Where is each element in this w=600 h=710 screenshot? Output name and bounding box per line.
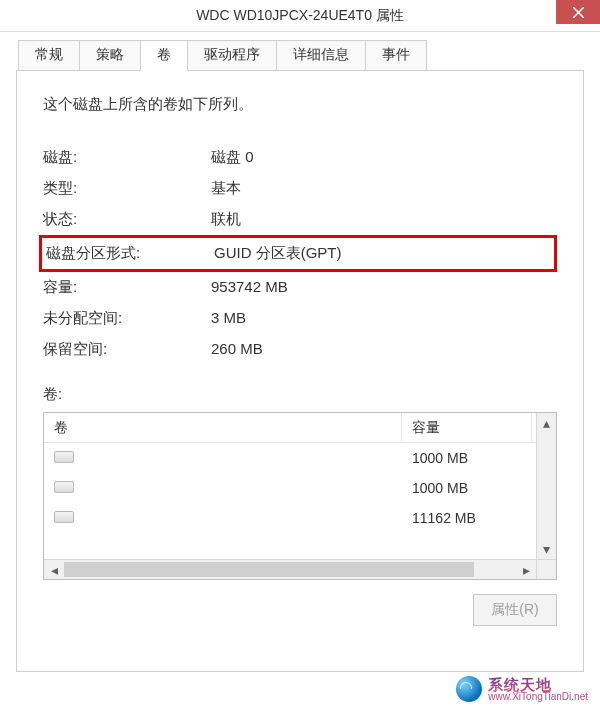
drive-icon xyxy=(54,481,74,493)
value-disk: 磁盘 0 xyxy=(211,148,254,167)
value-status: 联机 xyxy=(211,210,241,229)
watermark: 系统天地 www.XiTongTianDi.net xyxy=(456,676,588,702)
tab-details[interactable]: 详细信息 xyxy=(276,40,366,71)
cell-capacity: 1000 MB xyxy=(402,480,532,496)
properties-button[interactable]: 属性(R) xyxy=(473,594,557,626)
tab-policies[interactable]: 策略 xyxy=(79,40,141,71)
scroll-down-icon[interactable]: ▾ xyxy=(537,539,556,559)
row-type: 类型: 基本 xyxy=(43,173,557,204)
label-status: 状态: xyxy=(43,210,211,229)
row-capacity: 容量: 953742 MB xyxy=(43,272,557,303)
button-area: 属性(R) xyxy=(43,594,557,626)
scroll-thumb[interactable] xyxy=(64,562,474,577)
table-header: 卷 容量 xyxy=(44,413,556,443)
label-unallocated: 未分配空间: xyxy=(43,309,211,328)
titlebar: WDC WD10JPCX-24UE4T0 属性 xyxy=(0,0,600,32)
label-type: 类型: xyxy=(43,179,211,198)
label-disk: 磁盘: xyxy=(43,148,211,167)
volumes-list[interactable]: 卷 容量 1000 MB 1000 MB 11162 MB ▴ ▾ ◂ xyxy=(43,412,557,580)
tab-volumes[interactable]: 卷 xyxy=(140,40,188,71)
row-disk: 磁盘: 磁盘 0 xyxy=(43,142,557,173)
tab-driver[interactable]: 驱动程序 xyxy=(187,40,277,71)
value-partition-style: GUID 分区表(GPT) xyxy=(214,244,342,263)
close-icon xyxy=(573,7,584,18)
tab-panel-volumes: 这个磁盘上所含的卷如下所列。 磁盘: 磁盘 0 类型: 基本 状态: 联机 磁盘… xyxy=(16,70,584,672)
table-row[interactable]: 1000 MB xyxy=(44,473,556,503)
label-reserved: 保留空间: xyxy=(43,340,211,359)
value-capacity: 953742 MB xyxy=(211,278,288,297)
value-type: 基本 xyxy=(211,179,241,198)
cell-capacity: 11162 MB xyxy=(402,510,532,526)
row-unallocated: 未分配空间: 3 MB xyxy=(43,303,557,334)
scroll-up-icon[interactable]: ▴ xyxy=(537,413,556,433)
vertical-scrollbar[interactable]: ▴ ▾ xyxy=(536,413,556,559)
tab-general[interactable]: 常规 xyxy=(18,40,80,71)
scroll-track[interactable] xyxy=(474,560,516,579)
globe-icon xyxy=(456,676,482,702)
drive-icon xyxy=(54,451,74,463)
scroll-corner xyxy=(536,559,556,579)
table-body: 1000 MB 1000 MB 11162 MB xyxy=(44,443,556,533)
scroll-track[interactable] xyxy=(537,433,556,539)
label-partition-style: 磁盘分区形式: xyxy=(46,244,214,263)
horizontal-scrollbar[interactable]: ◂ ▸ xyxy=(44,559,536,579)
tab-events[interactable]: 事件 xyxy=(365,40,427,71)
value-reserved: 260 MB xyxy=(211,340,263,359)
watermark-url: www.XiTongTianDi.net xyxy=(488,692,588,702)
scroll-left-icon[interactable]: ◂ xyxy=(44,560,64,579)
table-row[interactable]: 11162 MB xyxy=(44,503,556,533)
intro-text: 这个磁盘上所含的卷如下所列。 xyxy=(43,95,557,114)
table-row[interactable]: 1000 MB xyxy=(44,443,556,473)
column-header-capacity[interactable]: 容量 xyxy=(402,413,532,442)
row-partition-style: 磁盘分区形式: GUID 分区表(GPT) xyxy=(39,235,557,272)
watermark-title: 系统天地 xyxy=(488,677,588,692)
column-header-volume[interactable]: 卷 xyxy=(44,413,402,442)
cell-capacity: 1000 MB xyxy=(402,450,532,466)
close-button[interactable] xyxy=(556,0,600,24)
drive-icon xyxy=(54,511,74,523)
scroll-right-icon[interactable]: ▸ xyxy=(516,560,536,579)
row-status: 状态: 联机 xyxy=(43,204,557,235)
tab-strip: 常规 策略 卷 驱动程序 详细信息 事件 xyxy=(0,32,600,71)
row-reserved: 保留空间: 260 MB xyxy=(43,334,557,365)
value-unallocated: 3 MB xyxy=(211,309,246,328)
label-capacity: 容量: xyxy=(43,278,211,297)
window-title: WDC WD10JPCX-24UE4T0 属性 xyxy=(196,7,404,25)
volumes-label: 卷: xyxy=(43,385,557,404)
